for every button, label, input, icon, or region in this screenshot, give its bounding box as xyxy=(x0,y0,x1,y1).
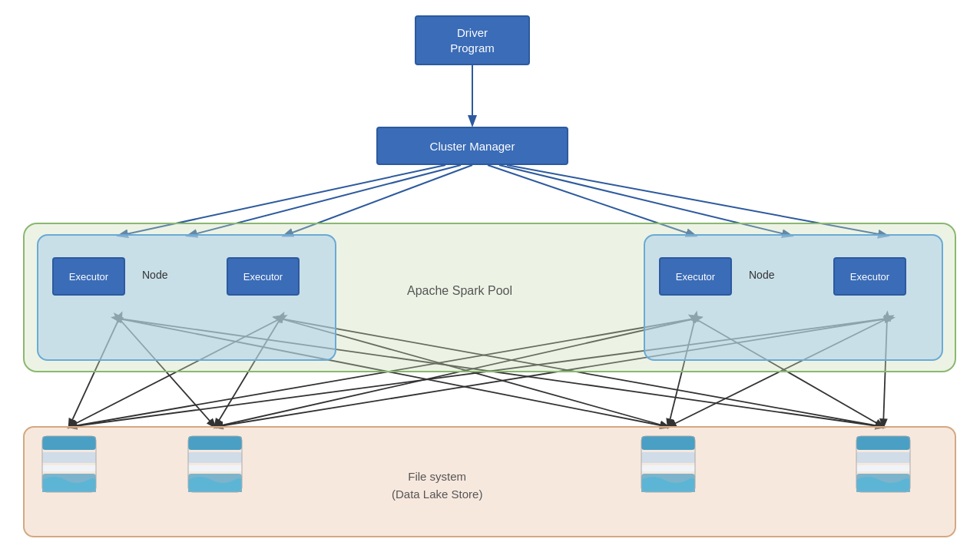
right-node-label: Node xyxy=(749,269,774,281)
svg-rect-30 xyxy=(188,465,242,471)
svg-rect-24 xyxy=(42,452,96,463)
right-executor-1: Executor xyxy=(659,257,732,296)
left-executor-2: Executor xyxy=(227,257,300,296)
data-store-icon-1 xyxy=(38,432,100,497)
driver-program-label: DriverProgram xyxy=(450,25,495,55)
svg-rect-34 xyxy=(641,452,695,463)
svg-rect-35 xyxy=(641,465,695,471)
node-group-right: Executor Node Executor xyxy=(644,234,943,361)
data-store-icon-4 xyxy=(853,432,914,497)
data-store-icon-3 xyxy=(637,432,699,497)
filesystem-container xyxy=(23,426,956,537)
filesystem-label: File system(Data Lake Store) xyxy=(392,468,482,503)
node-group-left: Executor Node Executor xyxy=(37,234,336,361)
svg-rect-40 xyxy=(856,465,910,471)
svg-rect-39 xyxy=(856,452,910,463)
svg-rect-25 xyxy=(42,465,96,471)
driver-program-box: DriverProgram xyxy=(415,15,530,65)
right-executor-2: Executor xyxy=(833,257,906,296)
diagram-container: DriverProgram Cluster Manager Apache Spa… xyxy=(0,0,980,552)
left-executor-1: Executor xyxy=(52,257,125,296)
svg-rect-33 xyxy=(641,436,695,450)
svg-rect-28 xyxy=(188,436,242,450)
svg-rect-23 xyxy=(42,436,96,450)
cluster-manager-box: Cluster Manager xyxy=(376,127,568,165)
cluster-manager-label: Cluster Manager xyxy=(430,140,515,153)
data-store-icon-2 xyxy=(184,432,246,497)
svg-rect-38 xyxy=(856,436,910,450)
left-node-label: Node xyxy=(142,269,167,281)
spark-pool-label: Apache Spark Pool xyxy=(407,284,512,298)
svg-rect-29 xyxy=(188,452,242,463)
